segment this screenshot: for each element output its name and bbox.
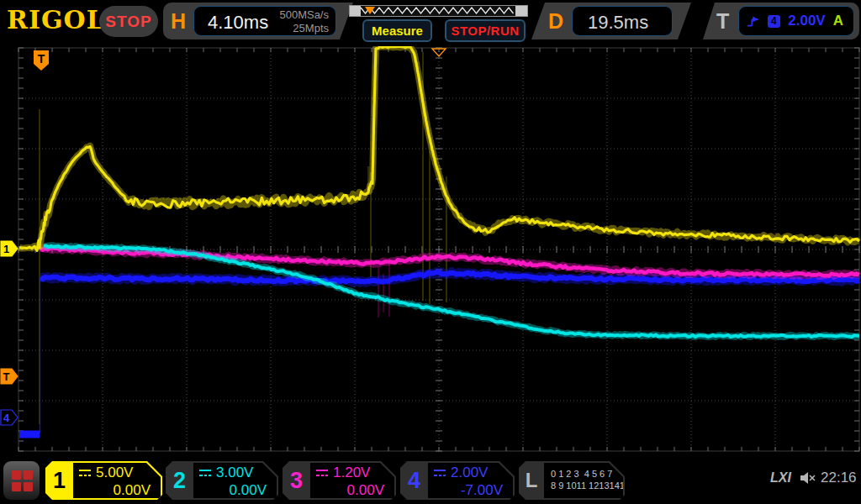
channel-4-values: 2.00V -7.00V: [428, 463, 513, 498]
channel-3-scale: 1.20V: [333, 465, 370, 481]
delay-panel[interactable]: D 19.5ms: [531, 3, 691, 39]
trigger-level-value: 2.00V: [788, 13, 825, 29]
bottom-statusbar: 1 5.00V 0.00V 2 3.00V 0.00V 3 1.20V 0.00…: [0, 458, 861, 504]
menu-grid-icon: [12, 470, 32, 491]
delay-value: 19.5ms: [588, 12, 648, 34]
menu-button[interactable]: [3, 461, 40, 500]
dc-coupling-icon: [78, 469, 92, 477]
ch4-zero-marker-label: 4: [3, 412, 10, 424]
ch1-zero-marker-label: 1: [3, 243, 9, 255]
trigger-label: T: [716, 9, 729, 34]
channel-2-offset: 0.00V: [198, 482, 272, 499]
trigger-valuebox: 4 2.00V A: [738, 6, 854, 36]
digital-channel-list: 0 1 2 3 4 5 6 7 8 9 1011 12131415: [544, 463, 623, 498]
posbar-right-cap: [515, 6, 527, 16]
channel-1-values: 5.00V 0.00V: [73, 463, 161, 498]
trigger-level-marker-label: T: [3, 370, 10, 383]
stop-run-button[interactable]: STOP/RUN: [445, 19, 526, 42]
channel-2-number: 2: [166, 461, 193, 500]
delay-valuebox: 19.5ms: [572, 6, 673, 36]
waveform-position-indicator[interactable]: [349, 5, 528, 18]
channel-1-scale: 5.00V: [96, 465, 133, 481]
trigger-sweep-mode: A: [833, 13, 843, 29]
run-state-label: STOP: [105, 13, 151, 31]
speaker-muted-icon: [799, 470, 817, 486]
measure-button-label: Measure: [372, 24, 423, 38]
channel-1-button[interactable]: 1 5.00V 0.00V: [45, 461, 162, 500]
channel-4-scale: 2.00V: [451, 465, 488, 481]
trigger-panel[interactable]: T 4 2.00V A: [703, 3, 859, 39]
run-state-badge: STOP: [99, 6, 158, 37]
channel-2-scale: 3.00V: [216, 465, 253, 481]
dc-coupling-icon: [433, 469, 446, 477]
channel-3-values: 1.20V 0.00V: [310, 463, 394, 498]
posbar-left-cap: [350, 6, 361, 16]
horizontal-panel[interactable]: H 4.10ms 500MSa/s 25Mpts: [163, 3, 353, 39]
horizontal-label: H: [171, 9, 186, 34]
channel-1-number: 1: [45, 461, 73, 500]
channel-3-offset: 0.00V: [315, 482, 389, 499]
dc-coupling-icon: [198, 469, 212, 477]
channel-3-number: 3: [283, 461, 310, 500]
waveform-display: 1T4T: [0, 46, 861, 458]
measure-button[interactable]: Measure: [362, 19, 432, 42]
dc-coupling-icon: [315, 469, 329, 477]
trigger-source-badge: 4: [768, 15, 781, 28]
digital-channels-button[interactable]: L 0 1 2 3 4 5 6 7 8 9 1011 12131415: [519, 461, 625, 500]
trigger-slope-icon: [746, 14, 760, 29]
digital-label: L: [519, 461, 544, 500]
clock: 22:16: [821, 470, 857, 486]
top-toolbar: RIGOL STOP H 4.10ms 500MSa/s 25Mpts Meas…: [0, 0, 861, 46]
channel-1-offset: 0.00V: [78, 482, 156, 499]
rigol-logo: RIGOL: [7, 5, 105, 34]
lxi-indicator: LXI: [770, 470, 791, 486]
channel-3-button[interactable]: 3 1.20V 0.00V: [283, 461, 396, 500]
ch1-trace-halo: [19, 46, 859, 248]
stop-run-button-label: STOP/RUN: [451, 24, 519, 38]
channel-4-button[interactable]: 4 2.00V -7.00V: [400, 461, 515, 500]
timebase-value: 4.10ms: [208, 12, 268, 34]
trigger-position-label: T: [38, 52, 45, 66]
channel-2-button[interactable]: 2 3.00V 0.00V: [166, 461, 278, 500]
channel-2-values: 3.00V 0.00V: [193, 463, 277, 498]
channel-4-number: 4: [400, 461, 428, 500]
channel-4-offset: -7.00V: [433, 482, 508, 499]
delay-label: D: [548, 9, 563, 34]
sample-rate: 500MSa/s 25Mpts: [279, 8, 329, 35]
horizontal-valuebox: 4.10ms 500MSa/s 25Mpts: [193, 6, 336, 36]
